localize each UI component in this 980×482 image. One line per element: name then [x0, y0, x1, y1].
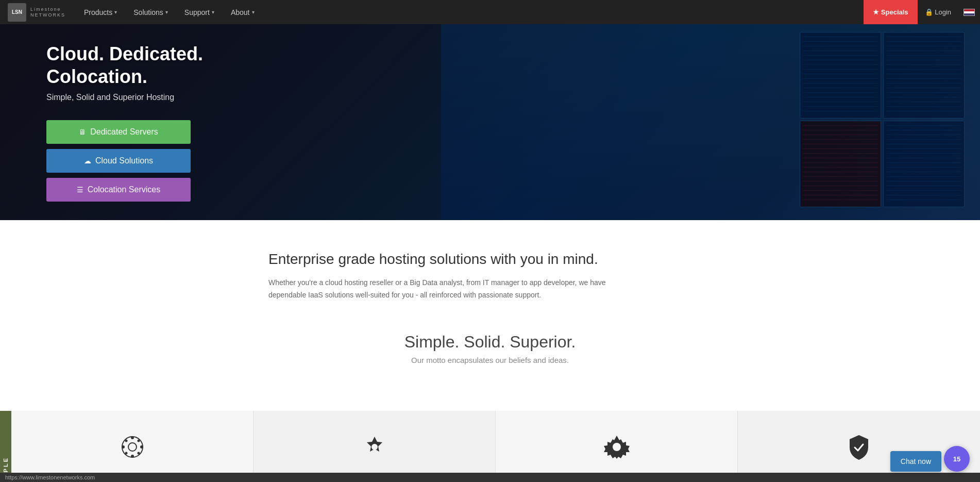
- nav-menu: Products ▾ Solutions ▾ Support ▾ About ▾: [76, 0, 262, 24]
- nav-item-solutions[interactable]: Solutions ▾: [125, 0, 176, 24]
- chevron-down-icon: ▾: [212, 9, 214, 15]
- chat-badge: 15: [953, 455, 960, 463]
- brand-name: Limestone: [30, 7, 65, 12]
- monitor-cell-4: [883, 121, 965, 207]
- svg-point-4: [122, 445, 125, 448]
- simple-sidebar: SIMPLE: [0, 411, 11, 482]
- nav-link-solutions[interactable]: Solutions ▾: [125, 0, 176, 24]
- tools-icon: [362, 434, 387, 466]
- feature-card-hardware: Certified Hardware We have a No Hassle H…: [496, 411, 738, 482]
- nav-label-products: Products: [84, 8, 112, 16]
- svg-point-9: [125, 452, 127, 454]
- status-url: https://www.limestonenetworks.com: [5, 474, 95, 480]
- svg-point-2: [131, 436, 134, 439]
- nav-item-support[interactable]: Support ▾: [176, 0, 223, 24]
- hero-buttons: 🖥 Dedicated Servers ☁ Cloud Solutions ☰ …: [46, 120, 191, 202]
- cloud-icon: ☁: [84, 157, 91, 165]
- svg-point-3: [131, 455, 134, 458]
- flag-icon: [964, 9, 975, 16]
- nav-label-support: Support: [184, 8, 210, 16]
- brand-logo: LSN: [8, 3, 26, 22]
- chevron-down-icon: ▾: [114, 9, 117, 15]
- nav-link-products[interactable]: Products ▾: [76, 0, 125, 24]
- svg-point-1: [128, 443, 137, 451]
- svg-point-6: [125, 439, 127, 442]
- intro-body: Whether you're a cloud hosting reseller …: [268, 277, 629, 302]
- nav-label-about: About: [231, 8, 250, 16]
- main-content: Enterprise grade hosting solutions with …: [0, 220, 980, 411]
- feature-card-quick-setup: Quick Setup We provision cloud servers i…: [11, 411, 254, 482]
- svg-point-11: [613, 443, 621, 451]
- nav-item-about[interactable]: About ▾: [223, 0, 263, 24]
- hardware-icon: [604, 434, 630, 466]
- motto-section: Simple. Solid. Superior. Our motto encap…: [8, 327, 972, 390]
- monitor-cell-1: [800, 32, 881, 119]
- chat-bubble[interactable]: 15: [944, 446, 970, 472]
- cloud-solutions-label: Cloud Solutions: [95, 156, 153, 165]
- brand[interactable]: LSN Limestone NETWORKS: [8, 3, 65, 22]
- specials-label: ★ Specials: [873, 8, 908, 16]
- chat-now-button[interactable]: Chat now: [890, 451, 941, 472]
- intro-section: Enterprise grade hosting solutions with …: [258, 251, 722, 302]
- chevron-down-icon: ▾: [165, 9, 168, 15]
- features-section: SIMPLE Quick Setup We provision cl: [0, 411, 980, 482]
- quick-setup-icon: [120, 434, 145, 466]
- monitor-cell-3: [800, 121, 881, 207]
- svg-point-8: [137, 439, 140, 442]
- feature-card-management: Management Options We have both monthly …: [738, 411, 980, 482]
- svg-point-10: [371, 444, 378, 450]
- chevron-down-icon: ▾: [252, 9, 255, 15]
- login-button[interactable]: 🔒 Login: [918, 0, 958, 24]
- cloud-solutions-button[interactable]: ☁ Cloud Solutions: [46, 149, 191, 173]
- nav-link-about[interactable]: About ▾: [223, 0, 263, 24]
- management-icon: [848, 434, 870, 467]
- monitor-cell-2: [883, 32, 965, 119]
- brand-logo-text: LSN: [12, 9, 22, 15]
- hero-content: Cloud. Dedicated. Colocation. Simple, So…: [0, 43, 258, 201]
- intro-heading: Enterprise grade hosting solutions with …: [268, 251, 712, 268]
- motto-heading: Simple. Solid. Superior.: [15, 333, 965, 352]
- hero-title: Cloud. Dedicated. Colocation.: [46, 43, 258, 87]
- nav-label-solutions: Solutions: [133, 8, 163, 16]
- svg-point-5: [140, 445, 143, 448]
- svg-point-0: [122, 437, 143, 457]
- motto-sub: Our motto encapsulates our beliefs and i…: [15, 356, 965, 364]
- navbar-right: ★ Specials 🔒 Login: [864, 0, 980, 24]
- dedicated-servers-button[interactable]: 🖥 Dedicated Servers: [46, 120, 191, 144]
- monitor-grid: [800, 32, 965, 207]
- hero-visual: [441, 24, 980, 220]
- chat-now-label: Chat now: [901, 457, 931, 466]
- brand-tagline: NETWORKS: [30, 12, 65, 18]
- nav-link-support[interactable]: Support ▾: [176, 0, 223, 24]
- svg-point-7: [137, 452, 140, 454]
- features-grid: Quick Setup We provision cloud servers i…: [11, 411, 980, 482]
- dedicated-servers-label: Dedicated Servers: [90, 127, 158, 137]
- specials-button[interactable]: ★ Specials: [864, 0, 917, 24]
- hero-subtitle: Simple, Solid and Superior Hosting: [46, 93, 258, 102]
- navbar: LSN Limestone NETWORKS Products ▾ Soluti…: [0, 0, 980, 24]
- colocation-services-button[interactable]: ☰ Colocation Services: [46, 178, 191, 202]
- feature-card-tools: Feature-rich Tools OnePortal, our manage…: [254, 411, 496, 482]
- server-icon: 🖥: [79, 128, 86, 136]
- colocation-services-label: Colocation Services: [88, 185, 160, 194]
- nav-item-products[interactable]: Products ▾: [76, 0, 125, 24]
- brand-name-block: Limestone NETWORKS: [30, 7, 65, 18]
- colocation-icon: ☰: [77, 186, 83, 194]
- hero-section: Cloud. Dedicated. Colocation. Simple, So…: [0, 24, 980, 220]
- status-bar: https://www.limestonenetworks.com: [0, 473, 980, 482]
- login-label: 🔒 Login: [925, 8, 951, 16]
- language-selector[interactable]: [958, 0, 980, 24]
